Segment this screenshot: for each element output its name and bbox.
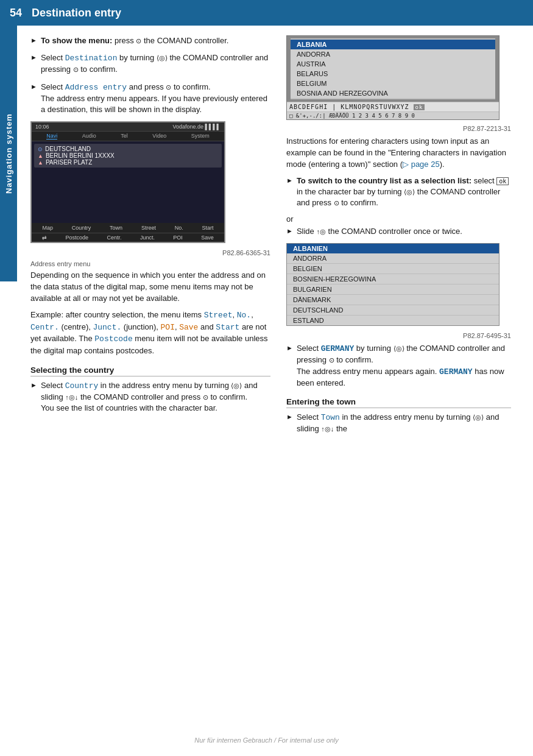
controller-icon-7: ⊙ [203,394,208,401]
controller-icon-8: ⟨◎⟩ [404,188,415,196]
menu-no: No. [175,225,183,231]
navi-tab-audio: Audio [82,133,96,140]
town-keyword: Town [321,413,340,422]
bullet-select-town: ► Select Town in the address entry menu … [286,412,511,434]
left-column: ► To show the menu: press ⊙ the COMAND c… [18,26,280,450]
bullet-arrow: ► [286,412,293,422]
screen-caption-navi: P82.86-6365-31 [30,249,270,256]
country-list-caption: P82.87-6495-31 [286,332,511,339]
menu-postcode: Postcode [66,235,89,241]
bullet-text: To show the menu: press ⊙ the COMAND con… [41,35,270,46]
footer-text: Nur für internen Gebrauch / For internal… [194,737,339,744]
bullet-arrow: ► [30,53,37,62]
country-list-albanien: ALBANIEN [287,244,499,253]
page-ref-1: ▷ page 25 [403,160,440,169]
bullet-show-menu: ► To show the menu: press ⊙ the COMAND c… [30,35,270,46]
country-list-deutschland: DEUTSCHLAND [287,305,499,316]
navi-tab-tel: Tel [121,133,128,140]
controller-icon-13: ⟨◎⟩ [473,414,484,421]
char-screen-image: ALBANIA ANDORRA AUSTRIA BELARUS BELGIUM … [286,35,499,120]
navi-operator: Vodafone.de ▌▌▌▌ [172,124,221,130]
navi-tab-system: System [191,133,210,140]
ok-box-inline: ok [496,177,509,185]
page-number: 54 [10,7,22,19]
bullet-slide: ► Slide ↑◎ the COMAND controller once or… [286,226,511,237]
bullet-select-country: ► Select Country in the address entry me… [30,380,270,414]
germany-keyword-2: GERMANY [439,367,473,376]
menu-start: Start [202,225,214,231]
bullet-text: Select Town in the address entry menu by… [297,412,511,434]
menu-country: Country [72,225,91,231]
controller-icon-2: ⟨◎⟩ [157,54,168,62]
bullet-arrow: ► [30,36,37,45]
char-country-bosnia: BOSNIA AND HERZEGOVINA [291,88,495,98]
navi-address-box: ⊙ DEUTSCHLAND ▲ BERLIN BERLINI 1XXXX ▲ P… [34,144,222,168]
menu-junct: Junct. [140,235,155,241]
char-country-andorra: ANDORRA [291,49,495,59]
bullet-arrow: ► [286,227,293,236]
building-icon: ▲ [38,153,43,159]
menu-map: Map [42,225,53,231]
controller-icon-4: ⊙ [166,83,171,91]
bullet-arrow: ► [30,82,37,91]
keyword-junct: Junct. [93,323,121,332]
navi-bottom-menu: Map Country Town Street No. Start ⇄ Post… [32,223,224,242]
char-country-belarus: BELARUS [291,69,495,79]
country-list-daenemark: DÄNEMARK [287,295,499,305]
germany-keyword: GERMANY [321,344,355,353]
keyword-save: Save [179,323,198,332]
keyword-street: Street [204,311,233,320]
destination-keyword: Destination [65,54,118,63]
right-column: ALBANIA ANDORRA AUSTRIA BELARUS BELGIUM … [280,26,521,450]
pin-icon: ▲ [38,160,43,166]
menu-poi: POI [173,235,183,241]
section-entering-town: Entering the town [286,397,511,408]
char-country-selected: ALBANIA [291,40,495,49]
bullet-arrow: ► [286,176,293,185]
bullet-select-address: ► Select Address entry and press ⊙ to co… [30,82,270,116]
footer: Nur für internen Gebrauch / For internal… [0,737,533,744]
address-caption: Address entry menu [30,260,270,267]
char-screen-caption: P82.87-2213-31 [286,125,511,132]
navi-topbar: 10:06 Vodafone.de ▌▌▌▌ [32,122,224,132]
navi-city: BERLIN BERLINI 1XXXX [46,152,115,159]
controller-icon-12: ⊙ [329,356,334,364]
section-selecting-country: Selecting the country [30,366,270,376]
bullet-arrow: ► [30,381,37,390]
bullet-text: Select Country in the address entry menu… [41,380,270,414]
char-country-belgium: BELGIUM [291,79,495,88]
instructions-para: Instructions for entering characters usi… [286,136,511,171]
page-title: Destination entry [32,7,121,19]
bullet-text: Slide ↑◎ the COMAND controller once or t… [297,226,511,237]
controller-icon-5: ⟨◎⟩ [231,382,242,389]
ok-box: ok [414,104,425,110]
navi-tab-navi: Navi [46,133,57,140]
bullet-switch-country-list: ► To switch to the country list as a sel… [286,175,511,209]
char-country-austria: AUSTRIA [291,59,495,69]
menu-centr: Centr. [107,235,122,241]
bullet-text: To switch to the country list as a selec… [297,175,511,209]
or-line: or [286,214,511,224]
controller-icon-1: ⊙ [136,37,141,44]
controller-icon-10: ↑◎ [316,228,326,235]
navi-time: 10:06 [35,124,49,130]
keyword-start: Start [216,323,239,332]
char-screen-top: ALBANIA ANDORRA AUSTRIA BELARUS BELGIUM … [287,36,499,102]
controller-icon-9: ⊙ [334,199,339,207]
navi-address-line-1: ⊙ DEUTSCHLAND [38,146,218,152]
bullet-text: Select GERMANY by turning ⟨◎⟩ the COMAND… [297,343,511,389]
bullet-text: Select Destination by turning ⟨◎⟩ the CO… [41,52,270,75]
country-list-bulgarien: BULGARIEN [287,284,499,295]
address-entry-keyword: Address entry [65,83,127,92]
keyword-postcode: Postcode [94,334,132,344]
bold-label: To show the menu: [41,36,112,45]
navi-screen-image: 10:06 Vodafone.de ▌▌▌▌ Navi Audio Tel Vi… [30,121,225,243]
country-list-screen: ALBANIEN ANDORRA BELGIEN BOSNIEN-HERZEGO… [286,243,499,326]
controller-icon-11: ⟨◎⟩ [394,345,404,352]
controller-icon-14: ↑◎↓ [321,425,334,433]
keyword-centr: Centr. [30,323,59,332]
navi-country: DEUTSCHLAND [45,146,91,152]
switch-bold: To switch to the country list as a selec… [297,176,471,185]
country-list-estland: ESTLAND [287,316,499,325]
bullet-select-destination: ► Select Destination by turning ⟨◎⟩ the … [30,52,270,75]
